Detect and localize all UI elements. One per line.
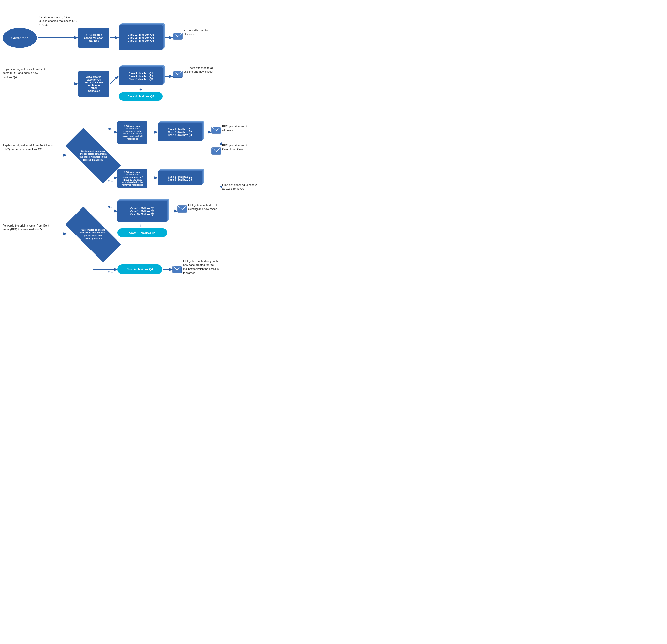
desc-row3: Replies to original email from Sent Item… — [2, 144, 53, 151]
diamond1-label: Customized to remove the response email … — [67, 143, 120, 168]
case4-teal-row4-yes: Case 4 - Mailbox Q4 — [117, 264, 162, 274]
arc-creates-cases-box: ARC creates cases for each mailbox — [78, 28, 109, 48]
annotation-ef1-no: EF1 gets attached to all existing and ne… — [188, 204, 221, 211]
annotation-er2-yes2: ER2 isn't attached to case 2 as Q2 is re… — [222, 183, 258, 191]
annotation-er1: ER1 gets attached to all existing and ne… — [183, 66, 214, 74]
yes-label-row3: Yes — [108, 179, 113, 183]
cases-row1-stacked: Case 1 - Mailbox Q1 Case 2 - Mailbox Q2 … — [119, 26, 163, 50]
annotation-ef1-yes: EF1 gets attached only to the new case c… — [183, 259, 224, 275]
diamond2-wrap: Customized to ensure forwarded email doe… — [67, 222, 120, 247]
diamond2-label: Customized to ensure forwarded email doe… — [67, 222, 120, 247]
email-icon-row1 — [173, 33, 182, 40]
annotation-e1: E1 gets attached to all cases — [183, 29, 209, 36]
svg-line-5 — [110, 76, 118, 84]
diamond1-wrap: Customized to remove the response email … — [67, 143, 120, 168]
email-icon-row2 — [173, 71, 182, 78]
yes-label-row4: Yes — [108, 270, 113, 274]
email-icon-row4-yes — [172, 266, 182, 273]
desc-row1: Sends new email (E1) to queue-enabled ma… — [39, 15, 78, 27]
cases-row2-stacked: Case 1 - Mailbox Q1 Case 2 - Mailbox Q2 … — [119, 67, 163, 85]
arc-skips-yes-box: ARC skips case creation and response ema… — [117, 169, 147, 188]
no-label-row3: No — [108, 127, 112, 131]
arc-creates-case-q4-box: ARC creates case for Q4 and skips case c… — [78, 71, 109, 97]
cases-yes-path-stacked: Case 1 - Mailbox Q1 Case 3 - Mailbox Q3 — [158, 171, 202, 185]
case4-teal-row4-no: Case 4 - Mailbox Q4 — [117, 228, 167, 237]
flowchart-diagram: Sends new email (E1) to queue-enabled ma… — [0, 0, 334, 322]
customer-oval: Customer — [2, 28, 37, 48]
email-icon-row4-no — [177, 206, 187, 212]
cases-ef1-no-stacked: Case 1 - Mailbox Q1 Case 2 - Mailbox Q2 … — [117, 201, 167, 222]
email-icon-row3-no — [211, 127, 221, 134]
desc-row2: Replies to original email from Sent Item… — [2, 67, 48, 79]
desc-row4: Forwards the original email from Sent It… — [2, 224, 53, 231]
no-label-row4: No — [108, 206, 112, 209]
arc-skips-no-box: ARC skips case creation and response ema… — [117, 121, 147, 144]
annotation-er2-no: ER2 gets attached to all cases — [222, 125, 250, 132]
annotation-er2-yes1: ER2 gets attached to Case 1 and Case 3 — [222, 144, 255, 151]
case4-teal-row2: Case 4 - Mailbox Q4 — [119, 92, 163, 101]
cases-no-path-stacked: Case 1 - Mailbox Q1 Case 2 - Mailbox Q2 … — [158, 123, 202, 141]
email-icon-row3-yes — [211, 147, 221, 155]
